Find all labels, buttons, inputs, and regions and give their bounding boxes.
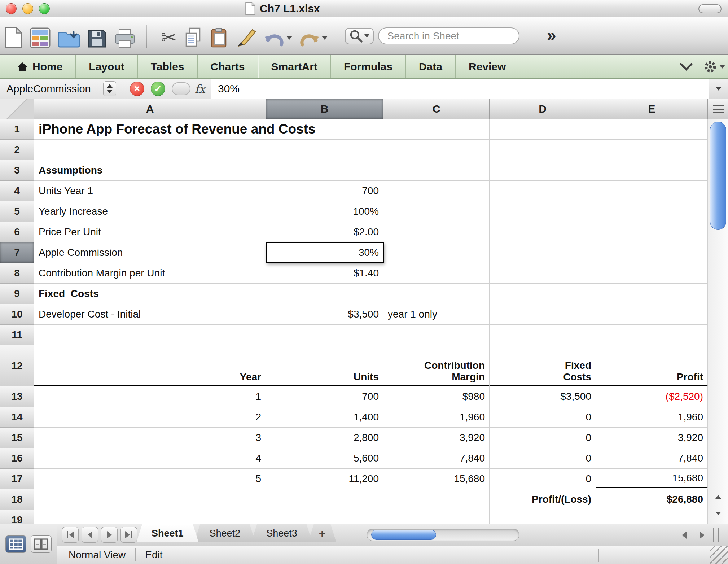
cell[interactable] [383,510,490,524]
last-sheet-button[interactable] [120,527,137,543]
row-header[interactable]: 11 [0,325,34,345]
row-header-selected[interactable]: 7 [0,242,34,263]
cell[interactable]: 11,200 [266,469,383,489]
cell[interactable] [596,284,708,304]
cell[interactable] [383,201,490,222]
cell[interactable]: 700 [266,386,383,407]
cell[interactable] [266,140,383,160]
cell[interactable] [490,263,596,284]
row-header[interactable]: 2 [0,140,34,160]
cell[interactable] [490,181,596,201]
cell[interactable]: 1,960 [596,407,708,428]
cell[interactable] [266,510,383,524]
minimize-button[interactable] [22,3,33,14]
cell[interactable] [266,489,383,510]
window-resize-grip[interactable] [710,546,728,564]
cell[interactable]: 0 [490,407,596,428]
row-header[interactable]: 10 [0,304,34,325]
cell[interactable]: 700 [266,181,383,201]
horizontal-scrollbar-thumb[interactable] [371,530,436,540]
cell[interactable]: 0 [490,428,596,448]
cell[interactable]: Contribution Margin [383,345,490,386]
cell[interactable]: $3,500 [490,386,596,407]
ribbon-collapse-button[interactable] [672,55,700,78]
search-input[interactable] [378,27,519,44]
scroll-right-button[interactable] [695,528,709,542]
scroll-up-button[interactable] [708,489,728,505]
cell[interactable]: 100% [266,201,383,222]
cell[interactable]: $1.40 [266,263,383,284]
cell[interactable]: 3 [34,428,266,448]
cell[interactable] [266,160,383,181]
cell[interactable]: Year [34,345,266,386]
cancel-entry-button[interactable]: × [130,82,144,96]
cell[interactable] [383,242,490,263]
normal-view-button[interactable] [5,535,26,553]
cell[interactable] [596,304,708,325]
fx-label[interactable]: fx [195,82,205,95]
column-header-a[interactable]: A [34,99,266,119]
print-button[interactable] [114,22,136,50]
cut-button[interactable]: ✂ [161,22,177,50]
cell[interactable] [596,510,708,524]
save-button[interactable] [87,22,107,50]
cell[interactable]: 2,800 [266,428,383,448]
cell[interactable]: 15,680 [383,469,490,489]
cell[interactable] [383,263,490,284]
select-all-corner[interactable] [0,99,34,119]
cell[interactable] [383,489,490,510]
cell[interactable] [490,201,596,222]
cell[interactable] [490,140,596,160]
column-header-e[interactable]: E [596,99,708,119]
cell[interactable]: Fixed Costs [34,284,266,304]
cell[interactable] [490,284,596,304]
cell[interactable]: Units [266,345,383,386]
name-box[interactable]: AppleCommission [0,83,103,95]
sheet-tab-sheet3[interactable]: Sheet3 [251,524,312,542]
accept-entry-button[interactable]: ✓ [151,82,165,96]
add-sheet-button[interactable]: + [308,524,337,542]
name-box-stepper[interactable] [103,81,116,96]
cell[interactable]: 2 [34,407,266,428]
cell[interactable]: $3,500 [266,304,383,325]
cell[interactable] [490,325,596,345]
cell[interactable]: iPhone App Forecast of Revenue and Costs [34,119,266,140]
cell[interactable]: Apple Commission [34,242,266,263]
cell[interactable]: 3,920 [596,428,708,448]
zoom-button[interactable] [39,3,50,14]
tab-review[interactable]: Review [456,55,519,78]
row-header[interactable]: 4 [0,181,34,201]
sheet-tab-sheet1[interactable]: Sheet1 [136,524,199,542]
copy-button[interactable] [184,22,203,50]
cell[interactable] [383,160,490,181]
cell[interactable]: Profit/(Loss) [490,489,596,510]
new-document-button[interactable] [5,22,22,50]
tab-home[interactable]: Home [4,55,76,78]
cell[interactable]: ($2,520) [596,386,708,407]
cell[interactable]: 15,680 [596,469,708,489]
cell[interactable] [383,119,490,140]
previous-sheet-button[interactable] [82,527,98,543]
cell[interactable]: year 1 only [383,304,490,325]
row-header[interactable]: 1 [0,119,34,140]
cell[interactable]: 1,400 [266,407,383,428]
scroll-down-button[interactable] [708,505,728,522]
cell[interactable]: 1 [34,386,266,407]
formula-input[interactable]: 30% [211,79,709,99]
cell[interactable]: $2.00 [266,222,383,242]
paste-button[interactable] [210,22,229,50]
row-header[interactable]: 19 [0,510,34,524]
cell[interactable] [383,181,490,201]
workbook-gallery-button[interactable] [30,22,51,50]
cell[interactable] [266,325,383,345]
row-header[interactable]: 14 [0,407,34,428]
cell[interactable] [596,119,708,140]
cell[interactable]: 4 [34,448,266,469]
cell[interactable]: 5,600 [266,448,383,469]
cell[interactable] [596,242,708,263]
cell[interactable] [490,160,596,181]
cell[interactable]: 3,920 [383,428,490,448]
tab-data[interactable]: Data [406,55,456,78]
redo-dropdown-caret[interactable] [322,36,328,40]
cell[interactable]: 5 [34,469,266,489]
